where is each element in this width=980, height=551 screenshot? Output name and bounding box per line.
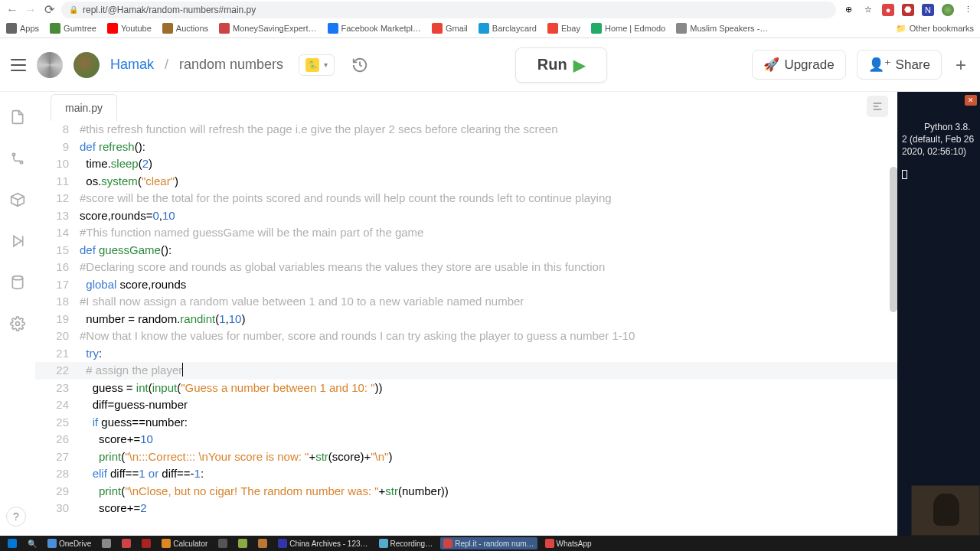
code-line[interactable]: 30 score+=2 [35, 500, 897, 517]
user-avatar[interactable] [74, 52, 100, 78]
code-content: if guess==number: [80, 414, 897, 432]
start-button[interactable] [5, 537, 20, 549]
console-close-icon[interactable]: ✕ [965, 95, 977, 106]
code-line[interactable]: 29 print("\nClose, but no cigar! The ran… [35, 483, 897, 500]
code-line[interactable]: 9def refresh(): [35, 139, 897, 156]
zoom-icon[interactable]: ⊕ [842, 4, 854, 16]
code-line[interactable]: 10 time.sleep(2) [35, 155, 897, 173]
code-line[interactable]: 22 # assign the player [35, 362, 897, 380]
hamburger-menu[interactable] [11, 59, 26, 71]
forward-button[interactable]: → [24, 4, 37, 16]
taskbar-app-icon [278, 539, 287, 548]
star-icon[interactable]: ☆ [862, 4, 874, 16]
bookmark-item[interactable]: MoneySavingExpert… [219, 23, 316, 34]
taskbar-item[interactable]: Calculator [158, 537, 211, 549]
version-control-icon[interactable] [9, 150, 26, 167]
username-link[interactable]: Hamak [110, 57, 154, 73]
bookmark-item[interactable]: Facebook Marketpl… [328, 23, 422, 34]
code-line[interactable]: 19 number = random.randint(1,10) [35, 311, 897, 328]
code-editor[interactable]: 8#this refresh function will refresh the… [35, 121, 897, 536]
bookmark-item[interactable]: Gumtree [50, 23, 96, 34]
settings-icon[interactable] [9, 315, 26, 332]
packages-icon[interactable] [9, 191, 26, 208]
bookmark-item[interactable]: Muslim Speakers -… [676, 23, 768, 34]
other-bookmarks[interactable]: 📁Other bookmarks [896, 24, 974, 34]
taskbar-item[interactable] [215, 537, 230, 549]
code-line[interactable]: 8#this refresh function will refresh the… [35, 121, 897, 139]
share-label: Share [896, 57, 930, 73]
files-icon[interactable] [9, 109, 26, 126]
code-line[interactable]: 25 if guess==number: [35, 414, 897, 432]
debugger-icon[interactable] [9, 233, 26, 249]
code-content: elif diff==1 or diff==-1: [80, 465, 897, 483]
line-number: 11 [35, 173, 80, 191]
code-line[interactable]: 16#Declaring score and rounds as global … [35, 259, 897, 276]
taskbar-item[interactable]: Repl.it - random num… [440, 537, 537, 549]
console-pane[interactable]: ✕ Python 3.8.2 (default, Feb 26 2020, 02… [897, 92, 980, 536]
bookmark-favicon [432, 23, 443, 34]
add-button[interactable]: + [952, 54, 969, 76]
rocket-icon: 🚀 [763, 57, 779, 73]
language-selector[interactable]: 🐍 ▾ [299, 54, 335, 76]
bookmark-item[interactable]: Home | Edmodo [591, 23, 665, 34]
taskbar-item[interactable] [255, 537, 270, 549]
bookmark-favicon [591, 23, 602, 34]
code-line[interactable]: 23 guess = int(input("Guess a number bet… [35, 380, 897, 397]
run-button[interactable]: Run ▶ [515, 47, 607, 83]
code-line[interactable]: 27 print("\n:::Correct::: \nYour score i… [35, 448, 897, 466]
menu-dots-icon[interactable]: ⋮ [962, 4, 974, 16]
taskbar-item[interactable]: China Archives - 123… [275, 537, 371, 549]
ext1-icon[interactable]: ● [882, 4, 894, 16]
history-button[interactable] [350, 55, 370, 75]
bookmark-item[interactable]: Auctions [162, 23, 208, 34]
bookmark-item[interactable]: Youtube [107, 23, 152, 34]
reload-button[interactable]: ⟳ [43, 4, 55, 16]
search-button[interactable]: 🔍 [24, 537, 40, 549]
code-content: #I shall now assign a random value betwe… [80, 293, 897, 311]
code-line[interactable]: 26 score+=10 [35, 431, 897, 448]
code-line[interactable]: 13score,rounds=0,10 [35, 207, 897, 225]
scrollbar-thumb[interactable] [890, 167, 897, 312]
code-line[interactable]: 17 global score,rounds [35, 276, 897, 294]
bookmark-item[interactable]: Barclaycard [479, 23, 537, 34]
file-tab[interactable]: main.py [51, 94, 117, 121]
replit-logo[interactable] [37, 52, 63, 78]
database-icon[interactable] [9, 274, 26, 291]
ext3-icon[interactable]: N [922, 4, 934, 16]
help-button[interactable]: ? [6, 507, 26, 527]
taskbar-label: WhatsApp [557, 540, 592, 548]
code-line[interactable]: 14#This function named guessGame will be… [35, 224, 897, 242]
taskbar-item[interactable] [139, 537, 154, 549]
code-line[interactable]: 11 os.system("clear") [35, 173, 897, 191]
taskbar-app-icon [379, 539, 388, 548]
code-line[interactable]: 24 diff=guess-number [35, 396, 897, 414]
bookmark-label: Barclaycard [492, 24, 537, 33]
upgrade-button[interactable]: 🚀 Upgrade [752, 50, 845, 80]
bookmark-item[interactable]: Apps [6, 23, 39, 34]
bookmark-item[interactable]: Gmail [432, 23, 468, 34]
bookmark-item[interactable]: Ebay [547, 23, 580, 34]
line-number: 16 [35, 259, 80, 276]
windows-taskbar: 🔍 OneDriveCalculatorChina Archives - 123… [0, 536, 980, 551]
taskbar-item[interactable]: OneDrive [44, 537, 94, 549]
code-content: def guessGame(): [80, 242, 897, 259]
taskbar-item[interactable] [99, 537, 114, 549]
project-name[interactable]: random numbers [179, 57, 283, 73]
code-line[interactable]: 28 elif diff==1 or diff==-1: [35, 465, 897, 483]
share-button[interactable]: 👤⁺ Share [857, 50, 942, 80]
taskbar-item[interactable]: WhatsApp [542, 537, 595, 549]
back-button[interactable]: ← [6, 4, 18, 16]
profile-avatar-icon[interactable] [942, 4, 954, 16]
code-line[interactable]: 21 try: [35, 345, 897, 363]
code-line[interactable]: 20#Now that I know the values for number… [35, 328, 897, 345]
taskbar-app-icon [238, 539, 247, 548]
taskbar-item[interactable] [119, 537, 134, 549]
code-line[interactable]: 12#score will be the total for the point… [35, 190, 897, 207]
taskbar-item[interactable]: Recording… [376, 537, 436, 549]
taskbar-item[interactable] [235, 537, 250, 549]
format-button[interactable] [867, 96, 888, 117]
url-field[interactable]: 🔒 repl.it/@Hamak/random-numbers#main.py [61, 2, 836, 18]
code-line[interactable]: 18#I shall now assign a random value bet… [35, 293, 897, 311]
ext2-icon[interactable]: ⬣ [902, 4, 914, 16]
code-line[interactable]: 15def guessGame(): [35, 242, 897, 259]
